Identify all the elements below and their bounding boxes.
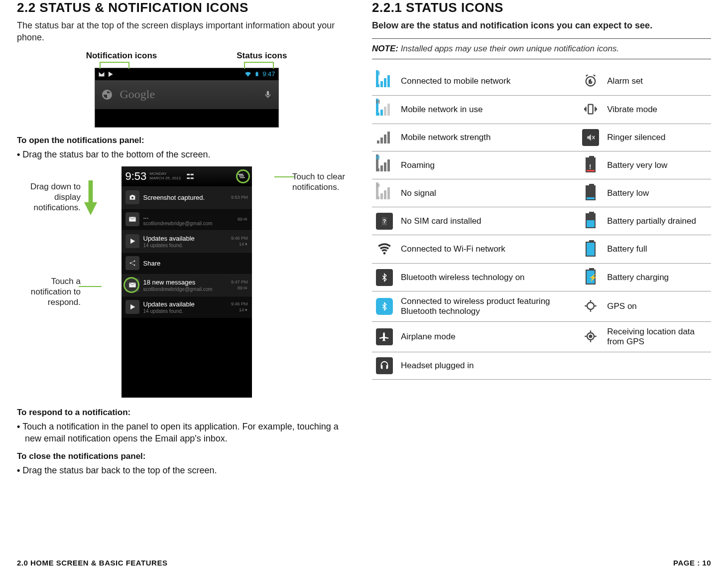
svg-point-9 — [133, 265, 135, 266]
open-panel-step: Drag the status bar to the bottom of the… — [17, 148, 356, 160]
gps-rx-icon — [578, 322, 603, 352]
label-status-icons: Status icons — [237, 51, 287, 61]
notification-count: 14 ▾ — [239, 242, 248, 247]
icon-description: Receiving location data from GPS — [603, 322, 711, 352]
mobile-h-icon: H — [372, 67, 397, 96]
footer-right: PAGE : 10 — [673, 559, 711, 567]
callout-touch-clear: Touch to clear notifications. — [292, 171, 362, 193]
table-row: Connected to Wi-Fi networkBattery full — [372, 235, 711, 264]
notification-time: 9:53 PM — [231, 195, 248, 200]
icon-description: Battery very low — [603, 151, 711, 179]
notification-row: 18 new messagesscotliondrewbridge@gmail.… — [121, 274, 252, 296]
table-row: Connected to wireless product featuring … — [372, 291, 711, 322]
svg-point-15 — [587, 302, 594, 309]
icon-description: Alarm set — [603, 67, 711, 96]
battery-icon — [253, 71, 260, 78]
play-icon — [125, 300, 139, 314]
notification-count: 89 ✉ — [238, 217, 248, 222]
batt-half-icon — [578, 207, 603, 235]
batt-chg-icon: ⚡ — [578, 264, 603, 291]
mobile-strength-icon — [372, 124, 397, 151]
svg-rect-12 — [589, 105, 593, 114]
bracket-left — [100, 62, 129, 69]
share-icon — [125, 256, 139, 270]
bt-conn-icon — [372, 291, 397, 322]
note-body: Installed apps may use their own unique … — [401, 44, 619, 53]
svg-rect-0 — [256, 72, 258, 76]
table-row: Headset plugged in — [372, 352, 711, 380]
callout-touch-respond: Touch a notification to respond. — [11, 276, 81, 308]
icon-description: Bluetooth wireless technology on — [397, 264, 578, 291]
section-intro: Below are the status and notification ic… — [372, 19, 711, 31]
table-row: ?No SIM card installedBattery partially … — [372, 207, 711, 235]
play-icon — [107, 71, 114, 78]
icon-description: Headset plugged in — [397, 352, 578, 380]
section-heading: 2.2.1 STATUS ICONS — [372, 0, 711, 15]
notification-count: 14 ▾ — [239, 307, 248, 312]
icon-description: Connected to Wi-Fi network — [397, 235, 578, 264]
svg-rect-4 — [187, 177, 190, 179]
notification-row: Updates available14 updates found.9:46 P… — [121, 296, 252, 318]
svg-point-6 — [131, 197, 133, 199]
google-logo-icon — [101, 89, 113, 101]
callout-drag-down: Drag down to display notifications. — [11, 181, 81, 213]
highlight-circle — [123, 277, 139, 293]
wifi-icon — [244, 71, 251, 78]
settings-toggle-icon — [184, 170, 197, 183]
note-label: NOTE: — [372, 44, 398, 53]
panel-date: MARCH 25, 2013 — [149, 176, 181, 181]
notification-time: 9:46 PM — [231, 236, 248, 241]
icon-description: Airplane mode — [397, 322, 578, 352]
arrow-down-icon — [84, 180, 98, 215]
section-intro: The status bar at the top of the screen … — [17, 19, 356, 44]
icon-description: Battery low — [603, 179, 711, 207]
notification-subtitle: 14 updates found. — [143, 308, 227, 314]
respond-step: Touch a notification in the panel to ope… — [17, 421, 356, 445]
respond-title: To respond to a notification: — [17, 408, 356, 418]
bracket-right — [244, 62, 274, 69]
notification-time: 9:46 PM — [231, 301, 248, 306]
camera-icon — [125, 190, 139, 204]
alarm-icon: L — [578, 67, 603, 96]
mail-icon — [98, 71, 105, 78]
icon-description: Connected to mobile network — [397, 67, 578, 96]
icon-description: GPS on — [603, 291, 711, 322]
icon-description: Roaming — [397, 151, 578, 179]
notification-title: Share — [143, 260, 244, 267]
notification-title: 18 new messages — [143, 279, 227, 286]
icon-description: Vibrate mode — [603, 96, 711, 124]
icon-description: Mobile network strength — [397, 124, 578, 151]
highlight-circle — [236, 169, 250, 183]
notification-row: Screenshot captured.9:53 PM — [121, 186, 252, 208]
icon-description: Battery partially drained — [603, 207, 711, 235]
notification-subtitle: scotliondrewbridge@gmail.com — [143, 286, 227, 292]
close-title: To close the notifications panel: — [17, 451, 356, 461]
close-step: Drag the status bar back to the top of t… — [17, 464, 356, 476]
connector-line — [79, 286, 102, 287]
statusbar-mock: 9:47 Google — [95, 68, 279, 128]
play-icon — [125, 234, 139, 248]
batt-vlow-icon: ! — [578, 151, 603, 179]
gps-on-icon — [578, 291, 603, 322]
svg-text:?: ? — [383, 219, 386, 224]
mobile-h-use-icon: H — [372, 96, 397, 124]
no-sim-icon: ? — [372, 207, 397, 235]
bt-on-icon — [372, 264, 397, 291]
table-row: HConnected to mobile networkLAlarm set — [372, 67, 711, 96]
headset-icon — [372, 352, 397, 380]
notification-title: ... — [143, 213, 234, 220]
no-signal-icon: ✕ — [372, 179, 397, 207]
footer-left: 2.0 HOME SCREEN & BASIC FEATURES — [17, 559, 167, 567]
notification-title: Updates available — [143, 300, 227, 308]
notification-time: 9:47 PM — [231, 280, 248, 285]
icon-description: No signal — [397, 179, 578, 207]
label-notification-icons: Notification icons — [86, 51, 157, 61]
svg-rect-5 — [191, 177, 194, 179]
section-heading: 2.2 STATUS & NOTIFICATION ICONS — [17, 0, 356, 15]
notification-row: Updates available14 updates found.9:46 P… — [121, 230, 252, 252]
notification-subtitle: scotliondrewbridge@gmail.com — [143, 221, 234, 226]
table-row: Bluetooth wireless technology on⚡Battery… — [372, 264, 711, 291]
notification-title: Updates available — [143, 235, 227, 242]
notification-subtitle: 14 updates found. — [143, 243, 227, 248]
mail-icon — [125, 212, 139, 226]
